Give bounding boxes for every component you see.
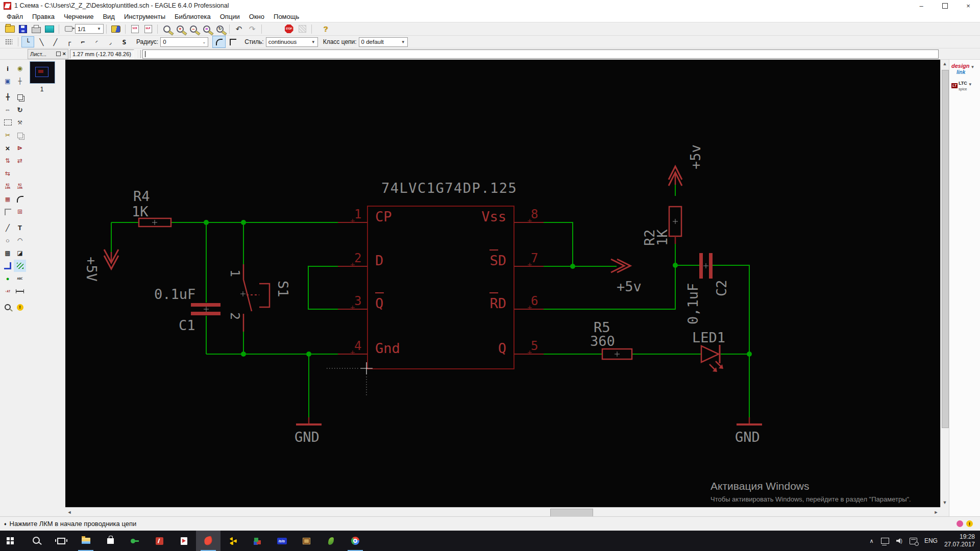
wire-bend-style-3[interactable]: ┌ bbox=[63, 36, 76, 47]
component-led1[interactable]: LED1 bbox=[692, 330, 725, 372]
wire-bend-style-6[interactable]: ◞ bbox=[104, 36, 117, 47]
tool-name-button[interactable]: R2 10k bbox=[2, 180, 14, 192]
open-button[interactable] bbox=[4, 23, 16, 35]
wire-bend-style-0[interactable]: └ bbox=[21, 36, 34, 47]
menu-item-view[interactable]: Вид bbox=[98, 12, 119, 21]
menu-item-options[interactable]: Опции bbox=[215, 12, 244, 21]
stop-button[interactable]: STOP bbox=[283, 23, 295, 35]
tool-polygon-button[interactable]: ◪ bbox=[14, 247, 26, 259]
tool-delete-button[interactable]: × bbox=[2, 142, 14, 154]
tool-value-button[interactable]: R2 10k bbox=[14, 180, 26, 192]
supply-plus5v-mid[interactable]: +5v bbox=[611, 259, 642, 294]
horizontal-scroll-thumb[interactable] bbox=[550, 509, 593, 517]
tool-display-button[interactable]: ▣ bbox=[2, 75, 14, 87]
taskbar-ares-button[interactable] bbox=[245, 531, 270, 551]
tool-junction-button[interactable]: ● bbox=[2, 272, 14, 285]
style-dropdown[interactable]: continuous ▼ bbox=[266, 37, 318, 47]
tool-split-button[interactable] bbox=[2, 206, 14, 218]
command-input[interactable] bbox=[142, 49, 939, 59]
tool-smash-button[interactable]: ▦ bbox=[2, 193, 14, 205]
tool-miter-button[interactable] bbox=[14, 193, 26, 205]
taskbar-app-media-button[interactable] bbox=[172, 531, 196, 551]
sheet-thumbnail[interactable] bbox=[30, 61, 55, 84]
zoom-fit-button[interactable] bbox=[161, 23, 173, 35]
wire-bend-style-2[interactable]: ╱ bbox=[49, 36, 62, 47]
close-panel-icon[interactable]: × bbox=[63, 51, 66, 57]
volume-icon[interactable]: ) bbox=[893, 531, 906, 551]
taskbar-eagle-button[interactable] bbox=[196, 531, 220, 551]
tool-group-button[interactable] bbox=[2, 116, 14, 129]
tool-paste-button[interactable] bbox=[14, 129, 26, 141]
tool-pinswap-button[interactable]: ⇅ bbox=[2, 155, 14, 167]
board-button[interactable] bbox=[62, 23, 75, 35]
tool-attribute-button[interactable]: ›AT bbox=[2, 285, 14, 297]
taskbar-splan-button[interactable] bbox=[318, 531, 343, 551]
menu-item-library[interactable]: Библиотека bbox=[170, 12, 215, 21]
tool-change-button[interactable]: ⚒ bbox=[14, 116, 26, 129]
maximize-button[interactable] bbox=[933, 0, 957, 11]
taskbar-start-button[interactable] bbox=[0, 531, 24, 551]
component-r4[interactable]: R4 1K bbox=[132, 188, 171, 227]
tool-wire-button[interactable]: ╱ bbox=[2, 221, 14, 234]
wire-bend-style-7[interactable]: S bbox=[118, 36, 131, 47]
export-image-button[interactable] bbox=[43, 23, 56, 35]
component-c1[interactable]: 0.1uF C1 bbox=[154, 286, 220, 333]
tool-info-button[interactable]: i bbox=[2, 62, 14, 74]
horizontal-scrollbar[interactable]: ◄ ► bbox=[65, 507, 940, 516]
tool-move-button[interactable]: ╋ bbox=[2, 91, 14, 103]
tool-dimension-button[interactable] bbox=[14, 285, 26, 297]
miter-straight-button[interactable] bbox=[227, 36, 239, 47]
component-ic1[interactable]: 74LVC1G74DP.125 CP D Q Gnd Vss SD RD Q 1… bbox=[338, 180, 544, 369]
tool-gateswap-button[interactable]: ⇄ bbox=[14, 155, 26, 167]
tool-erc-button[interactable] bbox=[2, 301, 14, 313]
clock[interactable]: 19:28 27.07.2017 bbox=[941, 531, 980, 551]
grid-button[interactable] bbox=[3, 36, 15, 47]
gnd-symbol-right[interactable]: GND bbox=[735, 417, 762, 445]
minimize-button[interactable]: – bbox=[910, 0, 933, 11]
gnd-symbol-left[interactable]: GND bbox=[295, 417, 322, 445]
radius-combobox[interactable]: 0 ⌄ bbox=[160, 37, 208, 47]
schematic-drawing[interactable]: 74LVC1G74DP.125 CP D Q Gnd Vss SD RD Q 1… bbox=[65, 60, 940, 507]
taskbar-task-view-button[interactable] bbox=[49, 531, 74, 551]
notification-icon[interactable] bbox=[957, 520, 963, 527]
print-button[interactable] bbox=[30, 23, 42, 35]
language-indicator[interactable]: ENG bbox=[921, 531, 941, 551]
tool-replace-button[interactable]: ⇆ bbox=[2, 167, 14, 180]
redo-button[interactable]: ↷ bbox=[246, 23, 258, 35]
miter-round-button[interactable] bbox=[212, 36, 226, 48]
tool-net-button[interactable] bbox=[14, 260, 26, 272]
ltc-spice-widget[interactable]: LT LTC spice ▼ bbox=[949, 77, 980, 93]
net-class-dropdown[interactable]: 0 default ▼ bbox=[359, 37, 408, 47]
component-s1[interactable]: 1 2 S1 bbox=[228, 264, 291, 332]
menu-item-tools[interactable]: Инструменты bbox=[119, 12, 170, 21]
component-r5[interactable]: R5 360 bbox=[590, 319, 632, 359]
taskbar-store-button[interactable] bbox=[98, 531, 122, 551]
menu-item-edit[interactable]: Правка bbox=[28, 12, 59, 21]
tool-label-button[interactable]: ABC bbox=[14, 272, 26, 285]
menu-item-window[interactable]: Окно bbox=[244, 12, 269, 21]
taskbar-chrome-button[interactable] bbox=[343, 531, 368, 551]
network-icon[interactable] bbox=[877, 531, 893, 551]
tool-invoke-button[interactable]: ⊞ bbox=[14, 206, 26, 218]
action-center-icon[interactable] bbox=[906, 531, 921, 551]
design-link-widget[interactable]: design link ▼ bbox=[949, 60, 980, 77]
tool-cut-button[interactable]: ✂ bbox=[2, 129, 14, 141]
tool-add-button[interactable]: ⊳ bbox=[14, 142, 26, 154]
sheet-selector[interactable]: 1/1 ▼ bbox=[75, 24, 104, 34]
schematic-canvas[interactable]: 74LVC1G74DP.125 CP D Q Gnd Vss SD RD Q 1… bbox=[65, 60, 940, 507]
tool-mark-button[interactable]: ┼ bbox=[14, 75, 26, 87]
zoom-select-button[interactable]: = bbox=[201, 23, 213, 35]
run-ulp-button[interactable]: ULP bbox=[142, 23, 154, 35]
help-button[interactable]: ? bbox=[320, 23, 332, 35]
wire-bend-style-1[interactable]: ╲ bbox=[35, 36, 48, 47]
sheets-dock-header[interactable]: Лист... × bbox=[28, 49, 68, 59]
tool-errors-button[interactable]: ! bbox=[14, 301, 26, 313]
scroll-down-icon[interactable]: ▼ bbox=[941, 498, 949, 507]
menu-item-file[interactable]: Файл bbox=[2, 12, 28, 21]
vertical-scroll-thumb[interactable] bbox=[942, 70, 949, 428]
tool-arc-button[interactable]: ◠ bbox=[14, 234, 26, 246]
zoom-redraw-button[interactable]: ↻ bbox=[214, 23, 226, 35]
tool-circle-button[interactable]: ○ bbox=[2, 234, 14, 246]
tray-expand-icon[interactable]: ∧ bbox=[866, 531, 877, 551]
net-wires[interactable] bbox=[111, 185, 749, 417]
